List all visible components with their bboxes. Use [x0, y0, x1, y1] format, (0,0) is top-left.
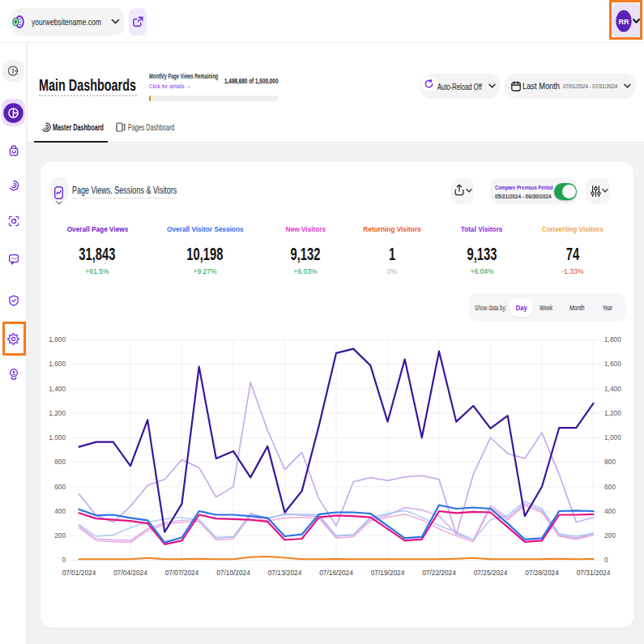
svg-text:07/13/2024: 07/13/2024: [268, 569, 302, 577]
svg-text:1,800: 1,800: [604, 335, 621, 343]
svg-text:200: 200: [54, 531, 66, 540]
svg-text:600: 600: [604, 483, 616, 491]
svg-text:1,600: 1,600: [604, 360, 621, 368]
svg-text:1,400: 1,400: [49, 385, 66, 393]
svg-text:07/10/2024: 07/10/2024: [216, 569, 250, 577]
svg-text:1,600: 1,600: [49, 360, 66, 368]
svg-text:800: 800: [54, 458, 66, 466]
svg-text:0: 0: [604, 556, 608, 564]
svg-text:07/01/2024: 07/01/2024: [62, 569, 96, 577]
svg-text:1,800: 1,800: [49, 335, 66, 343]
svg-text:07/19/2024: 07/19/2024: [371, 569, 405, 577]
svg-text:RR: RR: [619, 18, 629, 26]
svg-text:400: 400: [604, 507, 616, 515]
svg-text:200: 200: [604, 531, 616, 540]
svg-text:600: 600: [54, 483, 66, 491]
svg-text:07/28/2024: 07/28/2024: [525, 569, 559, 577]
svg-text:400: 400: [54, 507, 66, 515]
svg-text:07/25/2024: 07/25/2024: [474, 569, 508, 577]
svg-text:07/22/2024: 07/22/2024: [422, 569, 456, 577]
svg-text:07/07/2024: 07/07/2024: [165, 569, 199, 577]
svg-text:1,200: 1,200: [49, 409, 66, 417]
svg-text:1,000: 1,000: [604, 433, 621, 441]
svg-text:07/31/2024: 07/31/2024: [577, 569, 611, 577]
svg-text:07/04/2024: 07/04/2024: [113, 569, 147, 577]
svg-text:07/16/2024: 07/16/2024: [319, 569, 353, 577]
svg-text:800: 800: [604, 458, 616, 466]
svg-text:0: 0: [62, 556, 66, 564]
svg-text:1,200: 1,200: [604, 409, 621, 417]
svg-text:1,000: 1,000: [49, 433, 66, 441]
svg-text:1,400: 1,400: [604, 385, 621, 393]
